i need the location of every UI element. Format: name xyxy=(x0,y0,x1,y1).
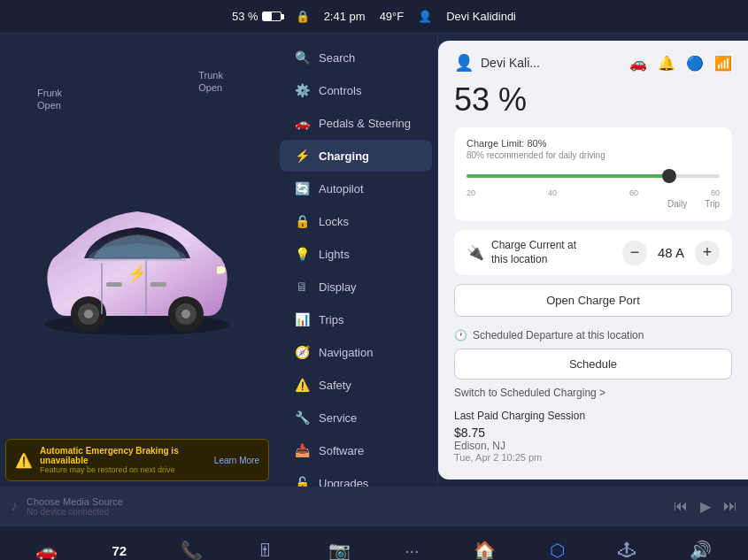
svg-text:⚡: ⚡ xyxy=(127,264,148,283)
sidebar-item-search[interactable]: 🔍 Search xyxy=(280,42,432,73)
sidebar-item-upgrades[interactable]: 🔓 Upgrades xyxy=(280,467,432,487)
plug-icon: 🔌 xyxy=(467,244,484,261)
profile-row: 👤 Devi Kali... 🚗 🔔 🔵 📶 xyxy=(454,53,732,73)
switch-charging-link[interactable]: Switch to Scheduled Charging > xyxy=(454,387,732,399)
garage-icon: 🏠 xyxy=(474,540,496,560)
alert-subtitle: Feature may be restored on next drive xyxy=(40,465,207,474)
time-display: 2:41 pm xyxy=(324,10,366,23)
sidebar-label-autopilot: Autopilot xyxy=(319,182,364,196)
search-icon: 🔍 xyxy=(294,50,310,65)
scheduled-departure-label: 🕐 Scheduled Departure at this location xyxy=(454,329,732,341)
sidebar-label-software: Software xyxy=(319,444,364,457)
open-charge-port-button[interactable]: Open Charge Port xyxy=(454,284,732,317)
bluetooth-icon-top[interactable]: 🔵 xyxy=(686,55,704,72)
frunk-label: FrunkOpen xyxy=(37,87,62,112)
taskbar-joystick[interactable]: 🕹 xyxy=(618,541,636,561)
sidebar-item-charging[interactable]: ⚡ Charging xyxy=(280,140,432,172)
charge-current-label: Charge Current atthis location xyxy=(491,239,576,266)
slider-fill xyxy=(467,174,669,178)
battery-display: 53 % xyxy=(232,10,281,23)
bluetooth-taskbar-icon: ⬡ xyxy=(550,540,565,560)
svg-point-3 xyxy=(84,310,93,318)
car-icon: 🚗 xyxy=(35,540,58,560)
sidebar-item-display[interactable]: 🖥 Display xyxy=(280,271,432,303)
charge-limit-label: Charge Limit: 80% xyxy=(467,138,720,149)
slider-label-80: 80 xyxy=(711,188,720,197)
schedule-button[interactable]: Schedule xyxy=(454,349,732,380)
last-session: Last Paid Charging Session $8.75 Edison,… xyxy=(454,410,732,463)
sidebar-item-autopilot[interactable]: 🔄 Autopilot xyxy=(280,173,432,204)
controls-icon: ⚙️ xyxy=(294,83,310,97)
pedals-icon: 🚗 xyxy=(294,116,310,130)
sidebar-item-pedals[interactable]: 🚗 Pedals & Steering xyxy=(280,107,432,139)
trunk-label: TrunkOpen xyxy=(198,69,223,95)
last-session-title: Last Paid Charging Session xyxy=(454,410,732,422)
service-icon: 🔧 xyxy=(294,410,310,425)
signal-icon: 📶 xyxy=(714,55,732,72)
taskbar-car[interactable]: 🚗 xyxy=(35,540,58,560)
charge-value: 48 A xyxy=(658,245,684,260)
svg-rect-8 xyxy=(150,282,166,287)
trip-label: Trip xyxy=(705,199,720,209)
taskbar-apps[interactable]: ··· xyxy=(405,541,420,561)
alert-bar: ⚠️ Automatic Emergency Braking is unavai… xyxy=(5,439,269,481)
sidebar-label-upgrades: Upgrades xyxy=(319,477,368,487)
charge-current-left: 🔌 Charge Current atthis location xyxy=(467,239,576,266)
profile-icons: 🚗 🔔 🔵 📶 xyxy=(629,55,732,72)
media-bar: ♪ Choose Media Source No device connecte… xyxy=(0,487,748,525)
charge-decrement-button[interactable]: − xyxy=(622,241,647,265)
prev-button[interactable]: ⏮ xyxy=(674,498,688,515)
slider-thumb[interactable] xyxy=(662,169,676,183)
sidebar-item-lights[interactable]: 💡 Lights xyxy=(280,238,432,270)
joystick-icon: 🕹 xyxy=(618,541,636,561)
safety-icon: ⚠️ xyxy=(294,378,310,392)
car-svg: ⚡ xyxy=(22,183,252,338)
car-area: FrunkOpen TrunkOpen xyxy=(0,34,274,487)
autopilot-icon: 🔄 xyxy=(294,181,310,196)
alert-title: Automatic Emergency Braking is unavailab… xyxy=(40,446,207,465)
trips-icon: 📊 xyxy=(294,312,310,326)
charge-current-row: 🔌 Charge Current atthis location − 48 A … xyxy=(454,230,732,275)
charge-increment-button[interactable]: + xyxy=(695,241,720,265)
sidebar-item-locks[interactable]: 🔒 Locks xyxy=(280,205,432,237)
taskbar-bluetooth[interactable]: ⬡ xyxy=(550,540,565,560)
slider-label-20: 20 xyxy=(467,188,475,197)
taskbar-garage[interactable]: 🏠 xyxy=(474,540,496,560)
slider-label-40: 40 xyxy=(548,188,557,197)
battery-percent-large: 53 % xyxy=(454,81,732,119)
media-text: Choose Media Source No device connected xyxy=(27,496,665,517)
sidebar-item-software[interactable]: 📥 Software xyxy=(280,434,432,466)
bell-icon[interactable]: 🔔 xyxy=(658,55,675,72)
content-panel: 👤 Devi Kali... 🚗 🔔 🔵 📶 53 % Charge Limit… xyxy=(438,41,748,479)
charge-slider[interactable] xyxy=(467,167,720,185)
car-door-icon[interactable]: 🚗 xyxy=(629,55,647,72)
lock-icon: 🔒 xyxy=(296,10,310,23)
volume-icon: 🔊 xyxy=(690,540,712,560)
user-name-top: Devi Kalidindi xyxy=(446,10,516,23)
slider-label-60: 60 xyxy=(629,188,638,197)
play-button[interactable]: ▶ xyxy=(700,498,711,515)
charge-card: Charge Limit: 80% 80% recommended for da… xyxy=(454,127,732,221)
sidebar-item-service[interactable]: 🔧 Service xyxy=(280,402,432,433)
clock-icon: 🕐 xyxy=(454,329,467,341)
sidebar-label-lights: Lights xyxy=(319,248,350,261)
learn-more-link[interactable]: Learn More xyxy=(214,456,259,465)
charge-current-controls: − 48 A + xyxy=(622,241,720,265)
sidebar-item-trips[interactable]: 📊 Trips xyxy=(280,303,432,335)
taskbar-phone[interactable]: 📞 xyxy=(181,540,203,560)
taskbar-temperature[interactable]: 72 xyxy=(112,543,127,558)
sidebar-item-navigation[interactable]: 🧭 Navigation xyxy=(280,336,432,368)
taskbar-media[interactable]: 🎚 xyxy=(257,541,274,561)
media-source-label: Choose Media Source xyxy=(27,496,665,507)
sidebar-item-controls[interactable]: ⚙️ Controls xyxy=(280,74,432,106)
upgrades-icon: 🔓 xyxy=(294,476,310,487)
alert-text: Automatic Emergency Braking is unavailab… xyxy=(40,446,207,474)
taskbar: 🚗 72 📞 🎚 📷 ··· 🏠 ⬡ 🕹 🔊 xyxy=(0,525,748,560)
taskbar-volume[interactable]: 🔊 xyxy=(690,540,712,560)
sidebar-item-safety[interactable]: ⚠️ Safety xyxy=(280,369,432,401)
next-button[interactable]: ⏭ xyxy=(723,498,737,515)
profile-icon: 👤 xyxy=(454,53,474,73)
taskbar-camera[interactable]: 📷 xyxy=(328,540,351,560)
display-icon: 🖥 xyxy=(294,280,310,294)
lights-icon: 💡 xyxy=(294,247,310,261)
